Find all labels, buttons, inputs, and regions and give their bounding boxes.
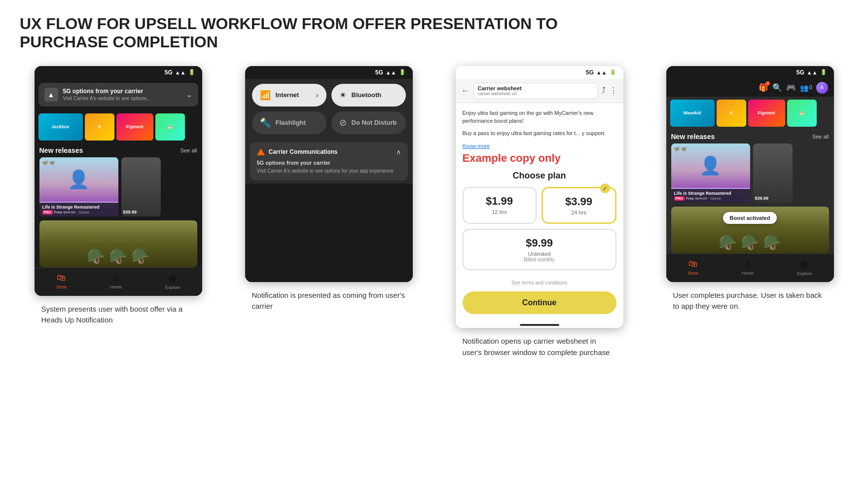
see-all-4[interactable]: See all (812, 134, 829, 140)
nav-explore-4[interactable]: ◎ Explore (797, 259, 812, 276)
choose-plan-title: Choose plan (463, 171, 616, 181)
ws-signal-icon: ▲▲ (596, 70, 607, 75)
continue-button[interactable]: Continue (463, 291, 616, 314)
game-card-lis-4[interactable]: 🦋 🦋 👤 Life is Strange Remastered PRO Fre… (671, 143, 750, 203)
plan-options-row: $1.99 12 hrs ✓ $3.99 24 hrs (463, 187, 616, 224)
url-bar[interactable]: Carrier websheet carrier websheet url (473, 83, 598, 99)
screen3-col: 5G ▲▲ 🔋 ← Carrier websheet carrier websh… (441, 66, 638, 358)
lis-character-4: 🦋 🦋 👤 (671, 143, 750, 188)
char-silhouette-4: 👤 (699, 155, 722, 176)
price-type: Game (79, 210, 90, 214)
qs-tile-bluetooth[interactable]: ✴ Bluetooth (331, 84, 406, 107)
nav-explore-1[interactable]: ◎ Explore (165, 273, 181, 290)
phone-frame-3: 5G ▲▲ 🔋 ← Carrier websheet carrier websh… (456, 66, 623, 328)
boost-activated-badge: Boost activated (723, 212, 777, 224)
avatar-icon[interactable]: A (816, 82, 828, 94)
price-type-4: Game (711, 196, 722, 201)
game-title-lis-1: Life is Strange Remastered (42, 205, 115, 210)
notif-left: ▲ 5G options from your carrier Visit Car… (44, 88, 151, 102)
heads-up-notification[interactable]: ▲ 5G options from your carrier Visit Car… (38, 83, 198, 107)
home-bar-3 (520, 324, 559, 326)
signal-icon-2: ▲▲ (386, 70, 397, 75)
moto-price-1: $39.99 (123, 210, 137, 214)
example-copy-label: Example copy only (463, 152, 616, 165)
battery-icon-2: 🔋 (399, 69, 406, 75)
flashlight-icon: 🔦 (260, 117, 271, 128)
bluetooth-icon: ✴ (339, 90, 347, 101)
users-count: 👥 0 (800, 84, 812, 92)
screen4-description: User completes purchase. User is taken b… (671, 290, 829, 312)
plan-card-3[interactable]: $9.99 Unlimited Billed monthly (463, 229, 616, 270)
nav-store-4[interactable]: 🛍 Store (687, 259, 698, 276)
wifi-icon: 📶 (260, 90, 271, 101)
game-card-moto-1[interactable]: $39.99 (121, 157, 161, 216)
section-title-4: New releases (671, 133, 715, 141)
game-card-lis-1[interactable]: 🦋 🦋 👤 Life is Strange Remastered PRO Fre… (39, 157, 118, 216)
status-text-3: 5G (586, 69, 594, 76)
status-text-4: 5G (796, 69, 804, 76)
nav-store-label-1: Store (56, 285, 67, 289)
nav-home-1[interactable]: ⌂ Home (110, 273, 122, 289)
page-title: UX FLOW FOR UPSELL WORKFLOW FROM OFFER P… (20, 15, 612, 51)
promo-sub: Buy a pass to enjoy ultra fast gaming ra… (463, 129, 616, 138)
know-more-link[interactable]: Know more (463, 143, 490, 149)
share-icon[interactable]: ⤴ (602, 86, 606, 95)
chevron-right-icon: › (316, 91, 319, 99)
thumb-wavekid: Wavekid (670, 100, 715, 127)
signal-icon-4: ▲▲ (807, 70, 818, 75)
gift-badge: 🎁 2 (759, 83, 768, 92)
notif-text: 5G options from your carrier Visit Carri… (63, 88, 151, 101)
screens-row: 5G ▲▲ 🔋 ▲ 5G options from your carrier V… (20, 66, 848, 358)
qs-tile-dnd[interactable]: ⊘ Do Not Disturb (331, 111, 406, 134)
search-icon[interactable]: 🔍 (772, 83, 782, 92)
controller-icon[interactable]: 🎮 (786, 83, 796, 92)
section-header-1: New releases See all (35, 143, 202, 157)
screen4-desc-text: User completes purchase. User is taken b… (673, 290, 827, 312)
phone-frame-4: 5G ▲▲ 🔋 🎁 2 🔍 🎮 👥 0 A (666, 66, 834, 282)
back-button[interactable]: ← (462, 86, 470, 95)
qs-tile-flashlight[interactable]: 🔦 Flashlight (252, 111, 326, 134)
nav-home-label-4: Home (742, 271, 754, 276)
status-bar-2: 5G ▲▲ 🔋 (245, 66, 413, 79)
carrier-notification-expanded[interactable]: Carrier Communications ∧ 5G options from… (250, 142, 408, 180)
terms-text: See terms and conditions (463, 280, 616, 286)
screen1-desc-text: System presents user with boost offer vi… (41, 304, 195, 326)
nav-store-label-4: Store (687, 271, 698, 276)
thumb-figment-4: Figment (748, 100, 785, 127)
thumb-figment: Figment (116, 113, 153, 141)
game-card-moto-4[interactable]: $39.99 (753, 143, 793, 203)
game-info-bar-1: Life is Strange Remastered PRO Free $24.… (39, 203, 118, 216)
screen1-description: System presents user with boost offer vi… (39, 304, 197, 326)
thumb-8ball: 8 (85, 113, 114, 141)
more-icon[interactable]: ⋮ (610, 86, 617, 95)
signal-icon-1: ▲▲ (175, 70, 186, 75)
plan-card-2[interactable]: ✓ $3.99 24 hrs (542, 187, 616, 224)
thumb-extra-4: 🎂 (787, 100, 817, 127)
soldiers-icon: 🪖 🪖 🪖 (87, 248, 150, 265)
store-icon-4: 🛍 (688, 259, 697, 269)
promo-text: Enjoy ultra fast gaming on the go with M… (463, 109, 616, 125)
thumb-jackbox: Jackbox (38, 113, 83, 141)
carrier-title-row: Carrier Communications (257, 148, 338, 155)
plan-card-1[interactable]: $1.99 12 hrs (463, 187, 537, 224)
expand-icon[interactable]: ⌄ (186, 90, 192, 99)
plan-duration-1: 12 hrs (468, 209, 532, 215)
see-all-1[interactable]: See all (181, 147, 197, 153)
thumb-8ball-4: 8 (717, 100, 746, 127)
screen3-desc-text: Notification opens up carrier websheet i… (463, 336, 616, 358)
qs-tile-internet[interactable]: 📶 Internet › (252, 84, 326, 107)
carrier-triangle-icon (257, 148, 265, 155)
status-text-1: 5G (165, 69, 173, 76)
nav-store-1[interactable]: 🛍 Store (56, 273, 67, 289)
section-title-1: New releases (39, 146, 83, 154)
banner-thumbnails-4: Wavekid 8 Figment 🎂 (666, 97, 834, 130)
home-icon-4: ⌂ (745, 259, 751, 269)
url-title: Carrier websheet (478, 85, 593, 91)
games-row-1: 🦋 🦋 👤 Life is Strange Remastered PRO Fre… (35, 157, 202, 220)
selected-checkmark: ✓ (600, 183, 610, 193)
nav-home-4[interactable]: ⌂ Home (742, 259, 754, 276)
screen4-col: 5G ▲▲ 🔋 🎁 2 🔍 🎮 👥 0 A (651, 66, 848, 312)
collapse-icon[interactable]: ∧ (396, 148, 401, 156)
qs-bluetooth-label: Bluetooth (352, 91, 382, 99)
qs-dark-area (245, 183, 413, 282)
